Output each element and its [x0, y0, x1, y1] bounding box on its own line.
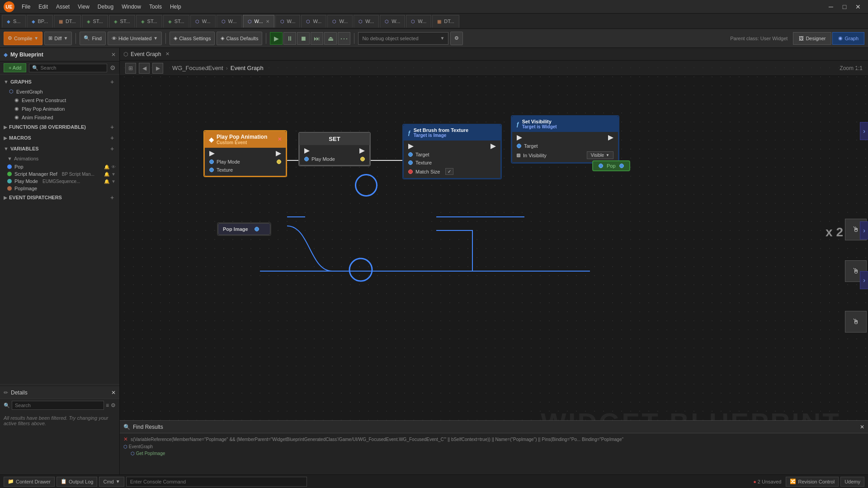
blueprint-panel-close[interactable]: ✕ [111, 52, 116, 58]
tab-dt2[interactable]: ▦DT... [432, 15, 459, 28]
var-play-mode-bell-icon[interactable]: 🔔 [104, 179, 109, 184]
menu-tools[interactable]: Tools [146, 3, 165, 11]
tab-dt[interactable]: ▦DT... [54, 15, 81, 28]
output-log-button[interactable]: 📋 Output Log [57, 477, 97, 487]
compile-button[interactable]: ⚙ Compile ▼ [4, 32, 42, 45]
search-input[interactable] [40, 65, 104, 70]
debug-selector-dropdown-icon[interactable]: ▼ [440, 36, 445, 41]
node-set-brush-target-pin[interactable] [408, 152, 413, 157]
node-set-brush-exec-pin[interactable] [408, 144, 414, 149]
var-pop-bell-icon[interactable]: 🔔 [104, 164, 109, 169]
right-edge-arrow-top[interactable]: › [860, 122, 868, 140]
node-set-play-mode-out-pin[interactable] [360, 157, 365, 161]
find-button[interactable]: 🔍 Find [80, 32, 105, 45]
next-frame-button[interactable]: ⏭ [311, 32, 323, 45]
thumb-item-3[interactable]: 🖱 [845, 311, 867, 333]
content-drawer-button[interactable]: 📁 Content Drawer [4, 477, 55, 487]
dots-button[interactable]: ⋯ [338, 32, 350, 45]
functions-section-header[interactable]: ▶ FUNCTIONS (38 OVERRIDABLE) + [0, 122, 119, 132]
node-set-brush-match-size-checkbox[interactable]: ✓ [445, 168, 453, 175]
tab-st1[interactable]: ◈ST... [82, 15, 108, 28]
class-settings-button[interactable]: ◈ Class Settings [170, 32, 215, 45]
details-list-icon[interactable]: ≡ [106, 402, 109, 408]
node-set-vis-exec-out-pin[interactable] [608, 135, 613, 141]
var-play-mode-down-icon[interactable]: ▼ [111, 179, 116, 184]
variables-add-button[interactable]: + [108, 145, 116, 152]
find-result-get-pop-image[interactable]: ⬡ Get PopImage [123, 450, 864, 457]
find-results-close-icon[interactable]: ✕ [860, 424, 864, 430]
macros-add-button[interactable]: + [108, 134, 116, 141]
designer-button[interactable]: 🖼 Designer [793, 32, 831, 45]
functions-add-button[interactable]: + [108, 123, 116, 131]
class-defaults-button[interactable]: ◈ Class Defaults [217, 32, 262, 45]
find-clear-icon[interactable]: ✕ [123, 436, 128, 442]
node-set[interactable]: SET Play Mode [298, 132, 371, 166]
find-result-event-graph[interactable]: ⬡ EventGraph [123, 443, 864, 450]
tab-w2[interactable]: ⬡W... [217, 15, 242, 28]
tab-st4[interactable]: ◈ST... [163, 15, 189, 28]
node-play-pop-exec-pin[interactable] [209, 151, 215, 156]
graph-button[interactable]: ◉ Graph [832, 32, 864, 45]
var-pop-image-row[interactable]: PopImage [0, 185, 119, 192]
event-pre-construct-item[interactable]: ◉ Event Pre Construct [0, 96, 119, 104]
tab-st3[interactable]: ◈ST... [136, 15, 162, 28]
menu-edit[interactable]: Edit [35, 3, 52, 11]
debug-selector[interactable]: No debug object selected ▼ [358, 32, 448, 45]
tab-w8[interactable]: ⬡W... [406, 15, 431, 28]
node-set-vis-visibility-dropdown[interactable]: Visible ▼ [587, 151, 613, 159]
right-edge-arrow-mid[interactable]: › [860, 221, 868, 239]
node-set-exec-out-pin[interactable] [359, 148, 365, 154]
animations-subsection[interactable]: ▼ Animations [0, 154, 119, 163]
var-script-bell-icon[interactable]: 🔔 [104, 172, 109, 177]
node-play-pop-animation[interactable]: ◆ Play Pop Animation Custom Event ✕ [203, 130, 287, 177]
node-pop-image[interactable]: Pop Image [217, 222, 271, 236]
details-search-input[interactable] [12, 401, 104, 410]
cmd-button[interactable]: Cmd ▼ [99, 477, 124, 487]
menu-file[interactable]: File [18, 3, 34, 11]
tab-w3[interactable]: ⬡W... [275, 15, 301, 28]
pause-button[interactable]: ⏸ [283, 32, 296, 45]
menu-help[interactable]: Help [166, 3, 185, 11]
hide-unrelated-dropdown-icon[interactable]: ▼ [153, 36, 158, 41]
anim-finished-item[interactable]: ◉ Anim Finished [0, 113, 119, 122]
node-set-vis-in-visibility-pin[interactable] [517, 154, 520, 157]
tab-w-active[interactable]: ⬡W... ✕ [243, 15, 274, 28]
macros-section-header[interactable]: ▶ MACROS + [0, 132, 119, 143]
udemy-button[interactable]: Udemy [840, 477, 864, 487]
event-dispatchers-add-button[interactable]: + [108, 194, 116, 201]
revision-control-button[interactable]: 🔀 Revision Control [786, 477, 839, 487]
tab-s[interactable]: ◆S... [2, 15, 26, 28]
tab-w6[interactable]: ⬡W... [354, 15, 379, 28]
play-button[interactable]: ▶ [270, 32, 283, 45]
right-edge-arrow-bot[interactable]: › [860, 271, 868, 289]
var-pop-eye-icon[interactable]: 👁 [111, 164, 116, 169]
graph-canvas[interactable]: ◆ Play Pop Animation Custom Event ✕ [120, 63, 868, 474]
debug-options-button[interactable]: ⚙ [450, 32, 463, 45]
settings-icon[interactable]: ⚙ [110, 64, 116, 71]
maximize-btn[interactable]: □ [838, 2, 851, 12]
diff-dropdown-icon[interactable]: ▼ [64, 36, 68, 41]
node-set-vis-exec-pin[interactable] [517, 135, 522, 141]
tab-close-icon[interactable]: ✕ [266, 19, 269, 24]
tab-w1[interactable]: ⬡W... [190, 15, 216, 28]
menu-debug[interactable]: Debug [94, 3, 117, 11]
eject-button[interactable]: ⏏ [324, 32, 337, 45]
tab-w4[interactable]: ⬡W... [301, 15, 326, 28]
diff-button[interactable]: ⊞ Diff ▼ [44, 32, 72, 45]
graphs-section-header[interactable]: ▼ GRAPHS + [0, 76, 119, 87]
variables-section-header[interactable]: ▼ VARIABLES + [0, 143, 119, 154]
console-input[interactable] [126, 477, 307, 487]
details-settings-icon[interactable]: ⚙ [111, 402, 116, 408]
minimize-btn[interactable]: ─ [825, 2, 837, 12]
var-pop-row[interactable]: Pop 🔔 👁 [0, 163, 119, 170]
menu-window[interactable]: Window [118, 3, 145, 11]
hide-unrelated-button[interactable]: 👁 Hide Unrelated ▼ [108, 32, 162, 45]
node-set-exec-pin[interactable] [304, 148, 310, 154]
var-play-mode-row[interactable]: Play Mode EUMGSequence... 🔔 ▼ [0, 178, 119, 185]
tab-st2[interactable]: ◈ST... [109, 15, 135, 28]
node-set-brush-from-texture[interactable]: ƒ Set Brush from Texture Target is Image [402, 124, 502, 179]
var-script-down-icon[interactable]: ▼ [111, 172, 116, 177]
menu-view[interactable]: View [74, 3, 93, 11]
node-pop-right[interactable]: Pop [592, 160, 630, 171]
close-btn[interactable]: ✕ [852, 2, 864, 12]
